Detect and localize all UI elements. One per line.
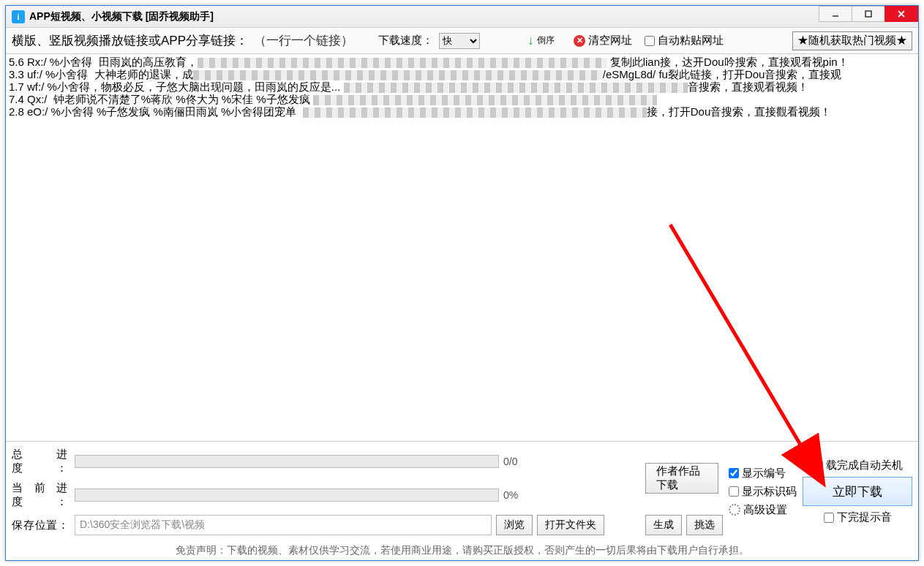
url-textarea[interactable]: 5.6 Rx:/ %小舍得 田雨岚的高压教育， 复制此lian接，达开Dou吟搜…	[6, 54, 918, 441]
pick-button[interactable]: 挑选	[686, 515, 723, 535]
speed-label: 下载速度：	[378, 34, 433, 48]
toolbar: 横版、竖版视频播放链接或APP分享链接： （一行一个链接） 下载速度： 快 ↓ …	[6, 28, 918, 54]
disclaimer-text: 免责声明：下载的视频、素材仅供学习交流，若使用商业用途，请购买正版授权，否则产生…	[12, 541, 912, 557]
show-index-checkbox[interactable]: 显示编号	[729, 467, 786, 480]
speed-select[interactable]: 快	[439, 33, 480, 49]
titlebar: i APP短视频、小视频下载 [固乔视频助手]	[6, 6, 918, 28]
download-now-button[interactable]: 立即下载	[803, 477, 912, 506]
bottom-panel: 总 进 度： 0/0 作者作品下载 显示编号 显示标识码 高级设置 载完成自动关…	[6, 442, 918, 560]
clear-urls-button[interactable]: ✕ 清空网址	[567, 32, 639, 50]
browse-button[interactable]: 浏览	[496, 515, 533, 535]
auto-paste-checkbox[interactable]: 自动粘贴网址	[645, 34, 724, 48]
show-id-checkbox[interactable]: 显示标识码	[729, 485, 797, 499]
advanced-settings-button[interactable]: 高级设置	[729, 503, 787, 517]
open-folder-button[interactable]: 打开文件夹	[537, 515, 604, 535]
minimize-button[interactable]	[819, 6, 852, 22]
done-sound-checkbox[interactable]: 下完提示音	[824, 510, 892, 524]
current-progress-value: 0%	[503, 489, 518, 501]
current-progress-bar	[75, 488, 499, 502]
total-progress-bar	[75, 455, 499, 468]
down-arrow-icon: ↓	[527, 33, 534, 48]
auto-shutdown-checkbox[interactable]: 载完成自动关机	[813, 459, 903, 472]
gear-icon	[729, 504, 740, 516]
total-progress-label: 总 进 度：	[12, 448, 69, 475]
save-path-label: 保存位置：	[12, 518, 69, 532]
app-icon: i	[12, 10, 25, 23]
save-path-input[interactable]	[75, 515, 492, 535]
window-title: APP短视频、小视频下载 [固乔视频助手]	[29, 10, 214, 23]
current-progress-label: 当前进度：	[12, 481, 69, 509]
toolbar-title: 横版、竖版视频播放链接或APP分享链接：	[12, 32, 248, 49]
generate-button[interactable]: 生成	[645, 515, 682, 535]
close-button[interactable]	[884, 6, 918, 22]
toolbar-hint: （一行一个链接）	[254, 32, 353, 49]
total-progress-value: 0/0	[503, 456, 517, 467]
svg-rect-1	[865, 11, 871, 17]
reverse-button[interactable]: ↓ 倒序	[521, 32, 561, 50]
random-hot-button[interactable]: ★随机获取热门视频★	[792, 31, 912, 50]
clear-icon: ✕	[574, 35, 585, 47]
maximize-button[interactable]	[852, 6, 885, 22]
author-works-download-button[interactable]: 作者作品下载	[645, 463, 718, 494]
